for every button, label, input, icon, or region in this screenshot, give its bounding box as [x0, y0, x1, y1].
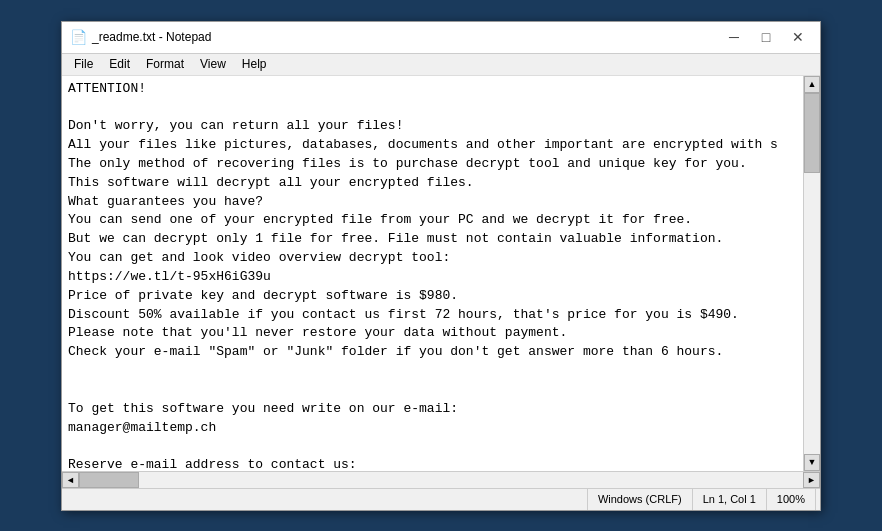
menu-help[interactable]: Help	[234, 55, 275, 73]
scroll-up-button[interactable]: ▲	[804, 76, 820, 93]
maximize-button[interactable]: □	[752, 27, 780, 47]
status-bar: Windows (CRLF) Ln 1, Col 1 100%	[62, 488, 820, 510]
content-area: ▲ ▼	[62, 76, 820, 471]
window-title: _readme.txt - Notepad	[92, 30, 720, 44]
status-zoom: 100%	[767, 489, 816, 510]
close-button[interactable]: ✕	[784, 27, 812, 47]
menu-edit[interactable]: Edit	[101, 55, 138, 73]
menu-view[interactable]: View	[192, 55, 234, 73]
scroll-thumb-horizontal[interactable]	[79, 472, 139, 488]
menu-format[interactable]: Format	[138, 55, 192, 73]
title-bar: 📄 _readme.txt - Notepad ─ □ ✕	[62, 22, 820, 54]
scroll-down-button[interactable]: ▼	[804, 454, 820, 471]
vertical-scrollbar[interactable]: ▲ ▼	[803, 76, 820, 471]
window-controls: ─ □ ✕	[720, 27, 812, 47]
text-editor[interactable]	[62, 76, 803, 471]
app-icon: 📄	[70, 29, 86, 45]
status-empty	[66, 489, 588, 510]
menu-bar: File Edit Format View Help	[62, 54, 820, 76]
bottom-bar: ◄ ► Windows (CRLF) Ln 1, Col 1 100%	[62, 471, 820, 510]
notepad-window: 📄 _readme.txt - Notepad ─ □ ✕ File Edit …	[61, 21, 821, 511]
minimize-button[interactable]: ─	[720, 27, 748, 47]
scroll-left-button[interactable]: ◄	[62, 472, 79, 488]
scroll-track-horizontal[interactable]	[79, 472, 803, 488]
scroll-right-button[interactable]: ►	[803, 472, 820, 488]
horizontal-scrollbar[interactable]: ◄ ►	[62, 471, 820, 488]
menu-file[interactable]: File	[66, 55, 101, 73]
scroll-thumb-vertical[interactable]	[804, 93, 820, 173]
status-position: Ln 1, Col 1	[693, 489, 767, 510]
scroll-track-vertical[interactable]	[804, 93, 820, 454]
status-encoding: Windows (CRLF)	[588, 489, 693, 510]
